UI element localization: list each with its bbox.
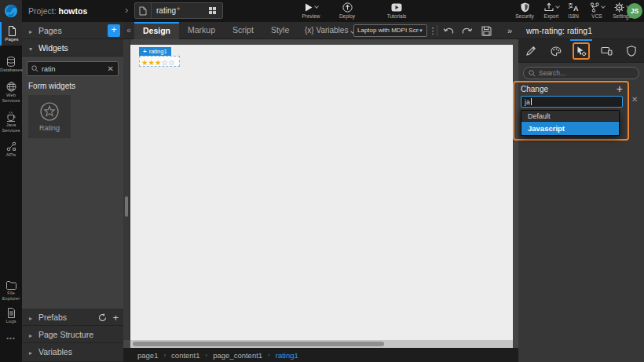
tutorials-label: Tutorials xyxy=(379,13,414,19)
explorer-panel: ▸ Pages + ▾ Widgets ✕ Form widgets Ratin… xyxy=(22,22,123,362)
page-file-icon xyxy=(135,3,152,18)
star-filled-icon[interactable]: ★ xyxy=(148,58,156,67)
breadcrumb-page-content1[interactable]: page_content1 xyxy=(213,351,262,360)
sidebar-item-apis[interactable]: APIs xyxy=(0,138,22,161)
add-page-button[interactable]: + xyxy=(108,24,120,37)
sidebar-item-java-services[interactable]: Java Services xyxy=(0,108,22,136)
star-empty-icon[interactable]: ☆ xyxy=(168,58,175,67)
workspace-tabs: Design Markup Script Style xyxy=(134,22,298,39)
variables-section-header[interactable]: ▸ Variables xyxy=(22,343,123,362)
rating-widget-tile[interactable]: Rating xyxy=(28,95,71,138)
page-selector[interactable]: rating * xyxy=(134,2,223,19)
tutorials-button[interactable]: Tutorials xyxy=(379,2,414,19)
horizontal-scrollbar[interactable] xyxy=(130,340,513,348)
security-button[interactable]: Security xyxy=(510,2,539,19)
breadcrumb-rating1[interactable]: rating1 xyxy=(276,351,298,360)
expanded-triangle-icon: ▾ xyxy=(29,46,32,53)
deploy-label: Deploy xyxy=(330,13,364,19)
horizontal-scrollbar-thumb[interactable] xyxy=(133,342,384,346)
breadcrumb-content1[interactable]: content1 xyxy=(171,351,199,360)
redo-button[interactable] xyxy=(459,22,475,39)
export-button[interactable]: Export xyxy=(539,2,564,19)
widget-search-input[interactable] xyxy=(42,65,104,73)
kebab-menu-icon[interactable]: ⋮ xyxy=(429,22,437,39)
property-search-input[interactable] xyxy=(539,69,634,77)
preview-button[interactable]: Preview xyxy=(294,2,328,19)
text-caret xyxy=(531,98,532,105)
page-canvas[interactable]: + rating1 ★★★☆☆ xyxy=(130,45,513,340)
user-avatar[interactable]: JS xyxy=(627,3,642,19)
variables-dropdown-button[interactable]: {x} Variables xyxy=(305,22,354,39)
page-structure-section-header[interactable]: ▸ Page Structure xyxy=(22,326,123,343)
preview-label: Preview xyxy=(294,13,328,19)
sidebar-item-databases[interactable]: Databases xyxy=(0,53,22,76)
shield-outline-icon xyxy=(627,46,636,57)
i18n-button[interactable]: A I18N xyxy=(562,2,585,19)
variables-header-label: Variables xyxy=(38,347,72,357)
change-event-section: Change + ja Default Javascript xyxy=(513,81,629,141)
rating-star-icon xyxy=(39,101,60,122)
tab-security[interactable] xyxy=(619,39,644,63)
tab-style[interactable]: Style xyxy=(262,22,298,39)
pages-section-header[interactable]: ▸ Pages + xyxy=(22,22,123,39)
unsaved-marker: * xyxy=(177,6,180,15)
sidebar-item-logs[interactable]: Logs xyxy=(0,305,22,327)
tab-properties[interactable] xyxy=(518,39,543,63)
database-icon xyxy=(0,57,22,67)
caret-down-icon: ▼ xyxy=(419,25,423,36)
expand-panel-icon[interactable]: » xyxy=(503,22,516,39)
widget-search-box: ✕ xyxy=(27,61,119,76)
widgets-header-label: Widgets xyxy=(38,43,68,53)
remove-event-icon[interactable]: ✕ xyxy=(631,95,638,104)
api-nodes-icon xyxy=(0,141,22,152)
star-empty-icon[interactable]: ☆ xyxy=(162,58,169,67)
star-filled-icon[interactable]: ★ xyxy=(155,58,162,67)
more-options-button[interactable]: ••• xyxy=(0,335,22,342)
deploy-button[interactable]: Deploy xyxy=(330,2,364,19)
tab-design[interactable]: Design xyxy=(134,22,179,39)
app-logo[interactable] xyxy=(0,0,22,22)
collapse-panel-icon[interactable]: « xyxy=(124,24,134,37)
pencil-icon xyxy=(525,46,536,57)
variables-button-label: {x} Variables xyxy=(305,26,348,35)
dropdown-option-default[interactable]: Default xyxy=(521,111,619,122)
sidebar-item-label: Databases xyxy=(0,68,22,73)
inspector-tabs xyxy=(518,39,644,63)
tab-markup[interactable]: Markup xyxy=(179,22,224,39)
grid-icon xyxy=(209,7,216,14)
star-filled-icon[interactable]: ★ xyxy=(141,58,148,67)
widgets-section-header[interactable]: ▾ Widgets xyxy=(22,39,123,57)
vertical-ruler xyxy=(123,39,130,340)
export-label: Export xyxy=(539,13,564,19)
sidebar-item-pages[interactable]: Pages xyxy=(0,22,22,46)
events-cursor-icon xyxy=(576,46,587,57)
dropdown-option-javascript[interactable]: Javascript xyxy=(521,122,619,135)
tab-styles[interactable] xyxy=(543,39,569,63)
vertical-scrollbar-thumb[interactable] xyxy=(125,196,128,217)
log-file-icon xyxy=(0,308,22,318)
device-selector-value: Laptop with MDPI Screen xyxy=(357,25,419,36)
clear-search-icon[interactable]: ✕ xyxy=(108,64,114,73)
inspector-panel: wm-rating: rating1 Change + xyxy=(518,22,644,362)
add-event-button[interactable]: + xyxy=(617,82,623,95)
tab-devices[interactable] xyxy=(594,39,619,63)
save-button[interactable] xyxy=(478,22,494,39)
add-prefab-button[interactable]: + xyxy=(112,313,119,322)
breadcrumb-page1[interactable]: page1 xyxy=(137,351,158,360)
page-name-field[interactable]: rating * xyxy=(152,3,202,18)
refresh-icon[interactable] xyxy=(98,313,107,322)
device-selector[interactable]: Laptop with MDPI Screen ▼ xyxy=(353,24,427,37)
tab-script[interactable]: Script xyxy=(224,22,262,39)
undo-button[interactable] xyxy=(441,22,456,39)
rating-widget-label: Rating xyxy=(39,124,60,132)
sidebar-item-file-explorer[interactable]: File Explorer xyxy=(0,278,22,304)
sidebar-item-web-services[interactable]: Web Services xyxy=(0,79,22,106)
vcs-button[interactable]: VCS xyxy=(584,2,609,19)
tab-events[interactable] xyxy=(569,39,594,63)
prefabs-section-header[interactable]: ▸ Prefabs + xyxy=(22,309,123,326)
event-action-input[interactable]: ja xyxy=(521,96,623,108)
pages-grid-button[interactable] xyxy=(202,3,222,18)
rating-widget-on-canvas[interactable]: ★★★☆☆ xyxy=(139,56,180,67)
sidebar-item-label: Logs xyxy=(0,319,22,324)
inspector-title: wm-rating: rating1 xyxy=(518,22,644,39)
